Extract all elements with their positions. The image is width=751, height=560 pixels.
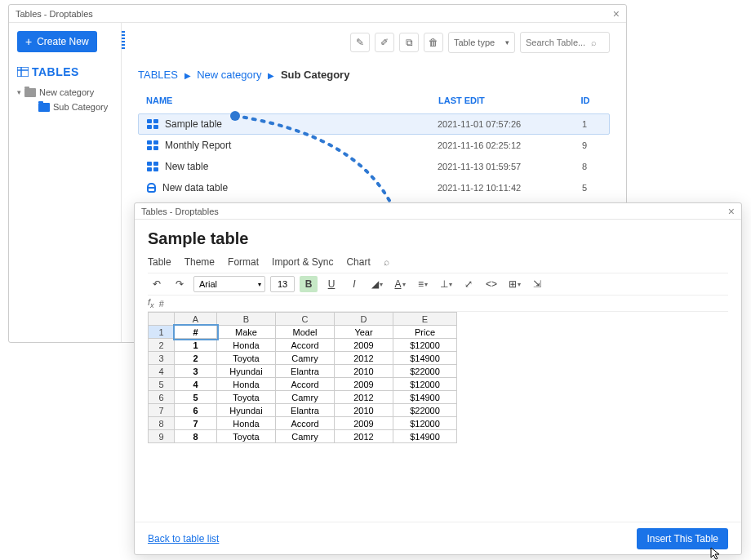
row-header[interactable]: 8 — [149, 417, 175, 430]
cell[interactable]: 2012 — [335, 430, 393, 443]
cell[interactable]: 2009 — [335, 417, 393, 430]
cell[interactable]: 2010 — [335, 404, 393, 417]
copy-icon[interactable]: ⧉ — [399, 33, 419, 52]
formula-value[interactable]: # — [159, 299, 164, 309]
cell[interactable]: Camry — [276, 430, 335, 443]
cell[interactable]: Price — [393, 326, 457, 339]
cell[interactable]: $12000 — [393, 417, 457, 430]
bold-icon[interactable]: B — [300, 276, 318, 292]
row-header[interactable]: 6 — [149, 391, 175, 404]
col-header[interactable]: A — [175, 313, 217, 326]
menu-item[interactable]: Format — [228, 256, 259, 268]
cell[interactable]: 6 — [175, 404, 217, 417]
cell[interactable]: $12000 — [393, 378, 457, 391]
delete-icon[interactable]: 🗑 — [424, 33, 443, 52]
close-icon[interactable]: × — [613, 7, 620, 20]
breadcrumb-tables[interactable]: TABLES — [138, 69, 178, 81]
row-header[interactable]: 9 — [149, 430, 175, 443]
back-link[interactable]: Back to table list — [148, 533, 219, 544]
col-header[interactable]: B — [217, 313, 276, 326]
edit-icon[interactable]: ✎ — [350, 33, 370, 52]
table-row[interactable]: Sample table2021-11-01 07:57:261 — [138, 113, 610, 135]
cell[interactable]: 2012 — [335, 352, 393, 365]
search-input[interactable] — [526, 38, 591, 47]
underline-icon[interactable]: U — [322, 276, 340, 292]
cell[interactable]: Accord — [276, 378, 335, 391]
cell[interactable]: Honda — [217, 417, 276, 430]
create-new-button[interactable]: + Create New — [17, 31, 97, 52]
cell[interactable]: Year — [335, 326, 393, 339]
rename-icon[interactable]: ✐ — [375, 33, 394, 52]
search-box[interactable]: ⌕ — [520, 32, 610, 53]
menu-item[interactable]: Chart — [346, 256, 370, 268]
row-header[interactable]: 2 — [149, 339, 175, 352]
col-header[interactable]: D — [335, 313, 393, 326]
cell[interactable]: Elantra — [276, 365, 335, 378]
table-row[interactable]: Monthly Report2021-11-16 02:25:129 — [138, 135, 610, 156]
row-header[interactable]: 4 — [149, 365, 175, 378]
tree-item-sub-category[interactable]: Sub Category — [17, 100, 113, 114]
merge-icon[interactable]: ⇲ — [528, 276, 546, 292]
cell[interactable]: $22000 — [393, 404, 457, 417]
search-icon[interactable]: ⌕ — [384, 256, 389, 268]
menu-item[interactable]: Theme — [184, 256, 215, 268]
cell[interactable]: Hyundai — [217, 365, 276, 378]
expand-icon[interactable]: ⤢ — [460, 276, 478, 292]
cell[interactable]: $14900 — [393, 430, 457, 443]
close-icon[interactable]: × — [728, 205, 735, 218]
cell[interactable]: Honda — [217, 378, 276, 391]
align-icon[interactable]: ≡ — [414, 276, 432, 292]
cell[interactable]: $22000 — [393, 365, 457, 378]
spreadsheet[interactable]: ABCDE1#MakeModelYearPrice21HondaAccord20… — [148, 312, 457, 443]
cell[interactable]: Toyota — [217, 352, 276, 365]
cell[interactable]: 2 — [175, 352, 217, 365]
col-header[interactable]: C — [276, 313, 335, 326]
col-header[interactable]: E — [393, 313, 457, 326]
font-size-input[interactable] — [270, 276, 295, 292]
cell[interactable]: 2010 — [335, 365, 393, 378]
table-row[interactable]: New data table2021-11-12 10:11:425 — [138, 177, 610, 198]
code-icon[interactable]: <> — [482, 276, 500, 292]
row-header[interactable]: 7 — [149, 404, 175, 417]
redo-icon[interactable]: ↷ — [171, 276, 189, 292]
line-icon[interactable]: ⊥ — [437, 276, 455, 292]
cell[interactable]: $12000 — [393, 339, 457, 352]
italic-icon[interactable]: I — [345, 276, 363, 292]
cell[interactable]: Elantra — [276, 404, 335, 417]
cell[interactable]: Camry — [276, 391, 335, 404]
cell[interactable]: 3 — [175, 365, 217, 378]
table-row[interactable]: New table2021-11-13 01:59:578 — [138, 156, 610, 177]
cell[interactable]: Make — [217, 326, 276, 339]
cell[interactable]: Toyota — [217, 430, 276, 443]
row-header[interactable]: 3 — [149, 352, 175, 365]
cell[interactable]: 5 — [175, 391, 217, 404]
cell[interactable]: $14900 — [393, 391, 457, 404]
cell[interactable]: $14900 — [393, 352, 457, 365]
row-header[interactable]: 1 — [149, 326, 175, 339]
cell[interactable]: Model — [276, 326, 335, 339]
row-header[interactable]: 5 — [149, 378, 175, 391]
cell[interactable]: Accord — [276, 417, 335, 430]
undo-icon[interactable]: ↶ — [148, 276, 166, 292]
table-type-select[interactable]: Table type — [448, 32, 515, 53]
cell[interactable]: 4 — [175, 378, 217, 391]
fill-color-icon[interactable]: ◢ — [368, 276, 386, 292]
insert-table-button[interactable]: Insert This Table — [637, 528, 728, 549]
cell[interactable]: 8 — [175, 430, 217, 443]
cell[interactable]: Accord — [276, 339, 335, 352]
cell[interactable]: 2009 — [335, 378, 393, 391]
cell[interactable]: Camry — [276, 352, 335, 365]
cell[interactable]: Honda — [217, 339, 276, 352]
cell[interactable]: Toyota — [217, 391, 276, 404]
tree-item-new-category[interactable]: ▾ New category — [17, 85, 113, 100]
font-select[interactable]: Arial — [193, 276, 265, 292]
cell[interactable]: Hyundai — [217, 404, 276, 417]
drag-handle-icon[interactable] — [122, 29, 125, 49]
menu-item[interactable]: Table — [148, 256, 171, 268]
cell[interactable]: # — [175, 326, 217, 339]
breadcrumb-category[interactable]: New category — [197, 69, 261, 81]
cell[interactable]: 2012 — [335, 391, 393, 404]
text-color-icon[interactable]: A — [391, 276, 409, 292]
cell[interactable]: 2009 — [335, 339, 393, 352]
menu-item[interactable]: Import & Sync — [272, 256, 333, 268]
